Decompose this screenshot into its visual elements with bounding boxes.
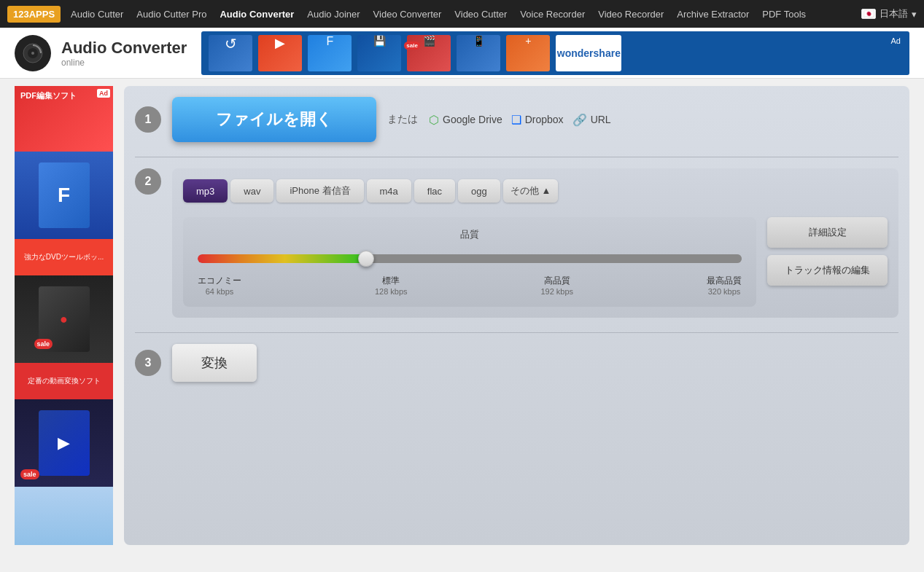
track-edit-button[interactable]: トラック情報の編集 [767, 255, 888, 286]
dropbox-label: Dropbox [525, 114, 564, 125]
quality-section: 品質 エコノミー 64 kbps [183, 217, 888, 307]
economy-kbps: 64 kbps [198, 287, 241, 296]
nav-pdf-tools[interactable]: PDF Tools [762, 9, 806, 20]
quality-marker-high: 高品質 192 kbps [540, 275, 573, 296]
right-buttons: 詳細設定 トラック情報の編集 [767, 217, 888, 286]
nav-audio-converter[interactable]: Audio Converter [220, 9, 294, 20]
url-label: URL [591, 114, 611, 125]
convert-button[interactable]: 変換 [172, 344, 257, 382]
quality-slider-area: 品質 エコノミー 64 kbps [183, 217, 756, 307]
max-kbps: 320 kbps [707, 287, 742, 296]
format-tab-wav[interactable]: wav [230, 179, 273, 203]
ad-product2-box: ● sale [39, 286, 90, 352]
ad-top-text: PDF編集ソフト [20, 90, 77, 101]
ad-bottom[interactable] [15, 487, 113, 545]
cloud-options: ⬡ Google Drive ❑ Dropbox 🔗 URL [429, 113, 611, 127]
google-drive-label: Google Drive [443, 114, 502, 125]
or-text: または [387, 113, 418, 126]
banner-products: ↺ ▶ F 💾 🎬 sale 📱 + [201, 31, 909, 75]
sale-badge-1: sale [34, 339, 53, 349]
ad-text1[interactable]: 強力なDVDツールボッ... [15, 239, 113, 275]
format-tab-iphone[interactable]: iPhone 着信音 [276, 179, 363, 203]
nav-items: Audio Cutter Audio Cutter Pro Audio Conv… [71, 9, 861, 20]
ad-badge: Ad [97, 89, 110, 98]
step3-number: 3 [135, 350, 161, 376]
economy-label: エコノミー [198, 275, 241, 287]
detail-settings-button[interactable]: 詳細設定 [767, 217, 888, 248]
step2-row: 2 mp3 wav iPhone 着信音 m4a flac ogg その他 ▲ [135, 168, 898, 318]
google-drive-option[interactable]: ⬡ Google Drive [429, 113, 502, 127]
ad-text2-label: 定番の動画変換ソフト [28, 376, 101, 386]
ad-text2[interactable]: 定番の動画変換ソフト [15, 363, 113, 399]
banner-product-3: F [308, 35, 352, 71]
lang-label: 日本語 [880, 7, 908, 20]
url-link-icon: 🔗 [572, 113, 587, 127]
dropbox-icon: ❑ [511, 113, 521, 127]
format-more-label: その他 [510, 185, 539, 196]
nav-video-cutter[interactable]: Video Cutter [454, 9, 507, 20]
step2-number: 2 [135, 168, 161, 195]
max-label: 最高品質 [707, 275, 742, 287]
google-drive-icon: ⬡ [429, 113, 439, 127]
banner-product-7: + [506, 35, 550, 71]
step3-content: 変換 [172, 344, 898, 382]
header: Audio Converter online ↺ ▶ F 💾 🎬 sale [0, 28, 924, 79]
banner-ad[interactable]: ↺ ▶ F 💾 🎬 sale 📱 + [201, 31, 909, 75]
app-title: Audio Converter [61, 39, 187, 58]
sale-badge-2: sale [20, 469, 39, 479]
quality-marker-max: 最高品質 320 kbps [707, 275, 742, 296]
quality-marker-economy: エコノミー 64 kbps [198, 275, 241, 296]
dropbox-option[interactable]: ❑ Dropbox [511, 113, 564, 127]
nav-audio-joiner[interactable]: Audio Joiner [307, 9, 360, 20]
topnav: 123APPS Audio Cutter Audio Cutter Pro Au… [0, 0, 924, 28]
format-tab-ogg[interactable]: ogg [458, 179, 500, 203]
pdfbox-icon: F [58, 184, 70, 207]
step3-row: 3 変換 [135, 344, 898, 382]
media-icon: ▶ [58, 434, 70, 452]
app-logo-icon [15, 35, 51, 71]
banner-product-6: 📱 [457, 35, 500, 71]
main-layout: PDF編集ソフト Ad F 強力なDVDツールボッ... ● sale 定番の動… [0, 79, 924, 552]
step2-content: mp3 wav iPhone 着信音 m4a flac ogg その他 ▲ 品質 [172, 168, 898, 318]
language-selector[interactable]: 🇯🇵 日本語 ▾ [861, 7, 917, 20]
format-tab-m4a[interactable]: m4a [367, 179, 411, 203]
url-option[interactable]: 🔗 URL [572, 113, 611, 127]
quality-marker-standard: 標準 128 kbps [375, 275, 408, 296]
format-tab-mp3[interactable]: mp3 [183, 179, 228, 203]
ad-product3-box: ▶ [39, 410, 90, 476]
ad-product1[interactable]: F [15, 152, 113, 239]
chevron-up-icon: ▲ [541, 185, 551, 196]
format-tab-more[interactable]: その他 ▲ [503, 179, 559, 203]
standard-label: 標準 [375, 275, 408, 287]
nav-voice-recorder[interactable]: Voice Recorder [520, 9, 585, 20]
svg-point-2 [31, 52, 34, 55]
format-tabs: mp3 wav iPhone 着信音 m4a flac ogg その他 ▲ [183, 179, 888, 203]
logo-123apps[interactable]: 123APPS [7, 6, 61, 23]
standard-kbps: 128 kbps [375, 287, 408, 296]
ad-product2[interactable]: ● sale [15, 275, 113, 363]
nav-audio-cutter-pro[interactable]: Audio Cutter Pro [136, 9, 206, 20]
step1-number: 1 [135, 106, 161, 133]
divider-2 [135, 332, 898, 333]
step1-row: 1 ファイルを開く または ⬡ Google Drive ❑ Dropbox 🔗 [135, 97, 898, 142]
quality-label: 品質 [198, 228, 742, 241]
banner-product-5: 🎬 sale [407, 35, 451, 71]
nav-archive-extractor[interactable]: Archive Extractor [677, 9, 749, 20]
ad-top[interactable]: PDF編集ソフト Ad [15, 86, 113, 152]
format-tab-flac[interactable]: flac [414, 179, 455, 203]
main-content: 1 ファイルを開く または ⬡ Google Drive ❑ Dropbox 🔗 [124, 86, 909, 545]
high-label: 高品質 [540, 275, 573, 287]
slider-container[interactable] [198, 250, 742, 267]
quality-markers: エコノミー 64 kbps 標準 128 kbps 高品質 192 kbps [198, 275, 742, 296]
step1-content: ファイルを開く または ⬡ Google Drive ❑ Dropbox 🔗 U… [172, 97, 898, 142]
nav-audio-cutter[interactable]: Audio Cutter [71, 9, 123, 20]
wondershare-logo: wondershare [557, 47, 621, 59]
banner-product-4: 💾 [357, 35, 401, 71]
high-kbps: 192 kbps [540, 287, 573, 296]
nav-video-recorder[interactable]: Video Recorder [598, 9, 664, 20]
left-ad: PDF編集ソフト Ad F 強力なDVDツールボッ... ● sale 定番の動… [15, 86, 113, 545]
open-file-button[interactable]: ファイルを開く [172, 97, 376, 142]
ad-product3[interactable]: ▶ sale [15, 399, 113, 487]
nav-video-converter[interactable]: Video Converter [373, 9, 442, 20]
dvd-icon: ● [60, 312, 68, 327]
